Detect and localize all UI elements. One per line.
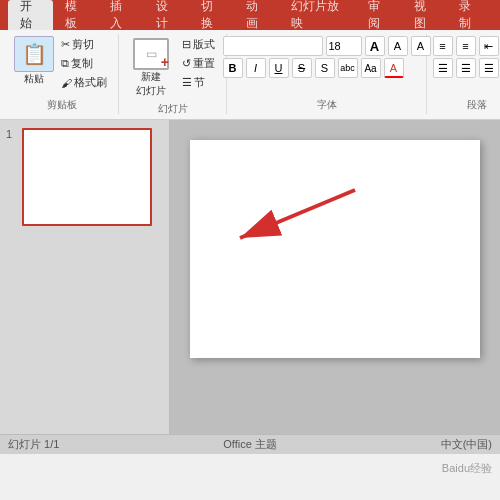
reset-label: 重置 bbox=[193, 56, 215, 71]
section-button[interactable]: ☰ 节 bbox=[179, 74, 218, 91]
para-row2: ☰ ☰ ☰ ☰ bbox=[433, 58, 501, 78]
para-row1: ≡ ≡ ⇤ ⇥ bbox=[433, 36, 501, 56]
tab-slideshow[interactable]: 幻灯片放映 bbox=[279, 0, 356, 30]
tab-transition[interactable]: 切换 bbox=[189, 0, 234, 30]
para-toolbar: ≡ ≡ ⇤ ⇥ ☰ ☰ ☰ ☰ bbox=[433, 36, 501, 78]
copy-button[interactable]: ⧉ 复制 bbox=[58, 55, 110, 72]
new-slide-icon: ▭ bbox=[133, 38, 169, 70]
font-group-label: 字体 bbox=[317, 98, 337, 112]
font-row2: B I U S S abc Aa A bbox=[223, 58, 431, 78]
red-arrow bbox=[200, 170, 360, 260]
font-name-input[interactable] bbox=[223, 36, 323, 56]
case-button[interactable]: Aa bbox=[361, 58, 381, 78]
ribbon-group-clipboard: 📋 粘贴 ✂ 剪切 ⧉ 复制 🖌 格式刷 剪贴板 bbox=[6, 34, 119, 114]
section-label: 节 bbox=[194, 75, 205, 90]
format-painter-button[interactable]: 🖌 格式刷 bbox=[58, 74, 110, 91]
new-slide-label: 新建幻灯片 bbox=[136, 70, 166, 98]
status-theme: Office 主题 bbox=[223, 437, 277, 452]
layout-label: 版式 bbox=[193, 37, 215, 52]
canvas-area bbox=[170, 120, 500, 434]
ribbon-group-slides: ▭ 新建幻灯片 ⊟ 版式 ↺ 重置 ☰ 节 幻灯片 bbox=[119, 34, 227, 114]
tab-insert[interactable]: 插入 bbox=[98, 0, 143, 30]
slide-canvas[interactable] bbox=[190, 140, 480, 358]
strikethrough-button[interactable]: S bbox=[292, 58, 312, 78]
reset-icon: ↺ bbox=[182, 57, 191, 70]
tab-record[interactable]: 录制 bbox=[447, 0, 492, 30]
para-group-label: 段落 bbox=[467, 98, 487, 112]
layout-button[interactable]: ⊟ 版式 bbox=[179, 36, 218, 53]
align-right-button[interactable]: ☰ bbox=[479, 58, 499, 78]
slides-group-label: 幻灯片 bbox=[158, 102, 188, 116]
tab-view[interactable]: 视图 bbox=[402, 0, 447, 30]
watermark: Baidu经验 bbox=[442, 461, 492, 476]
section-icon: ☰ bbox=[182, 76, 192, 89]
font-size-input[interactable] bbox=[326, 36, 362, 56]
title-bar: 开始 模板 插入 设计 切换 动画 幻灯片放映 审阅 视图 录制 bbox=[0, 0, 500, 30]
align-center-button[interactable]: ☰ bbox=[456, 58, 476, 78]
decrease-indent-button[interactable]: ⇤ bbox=[479, 36, 499, 56]
italic-button[interactable]: I bbox=[246, 58, 266, 78]
new-slide-button[interactable]: ▭ 新建幻灯片 bbox=[127, 36, 175, 100]
font-row1: A A A bbox=[223, 36, 431, 56]
tab-start[interactable]: 开始 bbox=[8, 0, 53, 30]
underline-button[interactable]: U bbox=[269, 58, 289, 78]
numbering-button[interactable]: ≡ bbox=[456, 36, 476, 56]
ribbon-group-font: A A A B I U S S abc Aa A 字体 bbox=[227, 34, 427, 114]
font-color-button[interactable]: A bbox=[384, 58, 404, 78]
copy-icon: ⧉ bbox=[61, 57, 69, 70]
paste-button[interactable]: 📋 粘贴 bbox=[14, 36, 54, 86]
slide-info: 幻灯片 1/1 bbox=[8, 437, 59, 452]
align-left-button[interactable]: ☰ bbox=[433, 58, 453, 78]
cut-button[interactable]: ✂ 剪切 bbox=[58, 36, 110, 53]
slides-content: ▭ 新建幻灯片 ⊟ 版式 ↺ 重置 ☰ 节 bbox=[127, 36, 218, 100]
slide-number: 1 bbox=[6, 128, 18, 140]
scissors-icon: ✂ bbox=[61, 38, 70, 51]
font-size-dec-button[interactable]: A bbox=[388, 36, 408, 56]
layout-icon: ⊟ bbox=[182, 38, 191, 51]
slide-panel[interactable]: 1 bbox=[0, 120, 170, 434]
paste-label: 粘贴 bbox=[24, 72, 44, 86]
tab-design[interactable]: 设计 bbox=[144, 0, 189, 30]
svg-line-1 bbox=[240, 190, 355, 238]
clipboard-group-label: 剪贴板 bbox=[47, 98, 77, 112]
clipboard-content: 📋 粘贴 ✂ 剪切 ⧉ 复制 🖌 格式刷 bbox=[14, 36, 110, 96]
main-area: 1 bbox=[0, 120, 500, 434]
format-label: 格式刷 bbox=[74, 75, 107, 90]
char-spacing-button[interactable]: abc bbox=[338, 58, 358, 78]
slide-thumb-wrapper: 1 bbox=[6, 128, 163, 226]
copy-label: 复制 bbox=[71, 56, 93, 71]
shadow-button[interactable]: S bbox=[315, 58, 335, 78]
cut-label: 剪切 bbox=[72, 37, 94, 52]
font-toolbar: A A A B I U S S abc Aa A bbox=[223, 36, 431, 78]
tab-review[interactable]: 审阅 bbox=[356, 0, 401, 30]
ribbon-group-paragraph: ≡ ≡ ⇤ ⇥ ☰ ☰ ☰ ☰ 段落 bbox=[427, 34, 500, 114]
slide-thumbnail[interactable] bbox=[22, 128, 152, 226]
ribbon: 📋 粘贴 ✂ 剪切 ⧉ 复制 🖌 格式刷 剪贴板 bbox=[0, 30, 500, 120]
bold-button[interactable]: B bbox=[223, 58, 243, 78]
slide-small-btns: ⊟ 版式 ↺ 重置 ☰ 节 bbox=[179, 36, 218, 91]
bullets-button[interactable]: ≡ bbox=[433, 36, 453, 56]
status-language: 中文(中国) bbox=[441, 437, 492, 452]
title-bar-tabs: 开始 模板 插入 设计 切换 动画 幻灯片放映 审阅 视图 录制 bbox=[8, 0, 492, 30]
reset-button[interactable]: ↺ 重置 bbox=[179, 55, 218, 72]
font-size-inc-button[interactable]: A bbox=[365, 36, 385, 56]
status-bar: 幻灯片 1/1 Office 主题 中文(中国) bbox=[0, 434, 500, 454]
tab-animation[interactable]: 动画 bbox=[234, 0, 279, 30]
format-painter-icon: 🖌 bbox=[61, 77, 72, 89]
clipboard-small-btns: ✂ 剪切 ⧉ 复制 🖌 格式刷 bbox=[58, 36, 110, 91]
tab-template[interactable]: 模板 bbox=[53, 0, 98, 30]
paste-icon: 📋 bbox=[14, 36, 54, 72]
